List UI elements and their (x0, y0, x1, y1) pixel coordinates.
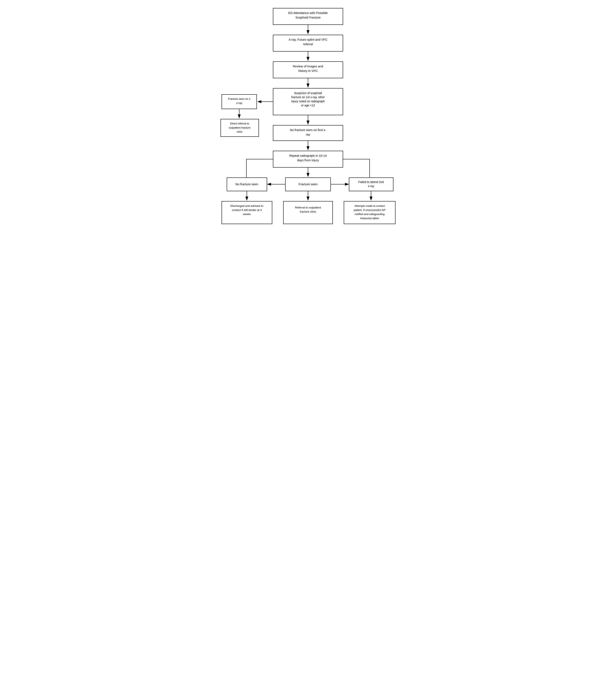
box-xray-line1: X-ray, Futuro splint and VFC (289, 38, 327, 41)
box-start-line2: Scaphoid Fracture (295, 16, 321, 19)
box-referral-outpatient-line1: Referral to outpatient (295, 206, 321, 209)
box-review-line2: history in VFC (298, 69, 318, 72)
box-discharged-line2: contact if still tender at 4 (232, 208, 262, 211)
box-direct-referral-line2: outpatient fracture (229, 126, 251, 129)
box-suspicion-line3: injury noted on radiograph (291, 100, 325, 103)
box-xray-line2: referral (303, 42, 313, 46)
flowchart-container: ED Attendance with Possible Scaphoid Fra… (216, 4, 400, 231)
box-no-fracture-first-line1: No fracture seen on first x- (290, 128, 326, 132)
box-direct-referral-line1: Direct referral to (230, 122, 249, 125)
box-suspicion-line1: Suspicion of scaphoid (294, 91, 322, 95)
flowchart-svg: ED Attendance with Possible Scaphoid Fra… (216, 4, 400, 230)
box-failed-attend-line2: x-ray (368, 184, 374, 188)
box-start-line1: ED Attendance with Possible (288, 11, 328, 15)
box-referral-outpatient-line2: fracture clinic (300, 210, 316, 213)
box-attempts-line4: measures taken (360, 217, 379, 220)
box-attempts-line1: Attempts made to contact (355, 204, 385, 207)
box-repeat-line2: days from injury (297, 158, 319, 162)
box-direct-referral-line3: clinic (237, 130, 243, 133)
box-no-fracture-seen: No fracture seen (236, 182, 258, 186)
box-fracture-1st-line2: x-ray (236, 101, 242, 104)
box-discharged-line1: Discharged and advised to (230, 204, 263, 207)
box-attempts-line3: notified and safeguarding (355, 213, 384, 216)
box-discharged-line3: weeks (243, 213, 251, 216)
box-suspicion-line2: fracture on 1st x-ray, other (291, 96, 325, 99)
box-suspicion-line4: or age <12 (301, 104, 315, 107)
box-attempts-line2: patient. If unsuccessful GP (354, 208, 386, 211)
box-fracture-1st-line1: Fracture seen on 1 (228, 97, 250, 100)
box-review-line1: Review of images and (293, 65, 323, 68)
box-fracture-seen: Fracture seen (298, 182, 318, 186)
box-failed-attend-line1: Failed to attend 2nd (358, 180, 384, 184)
box-repeat-line1: Repeat radiograph in 10-14 (289, 154, 327, 157)
box-no-fracture-first-line2: ray (306, 133, 310, 136)
